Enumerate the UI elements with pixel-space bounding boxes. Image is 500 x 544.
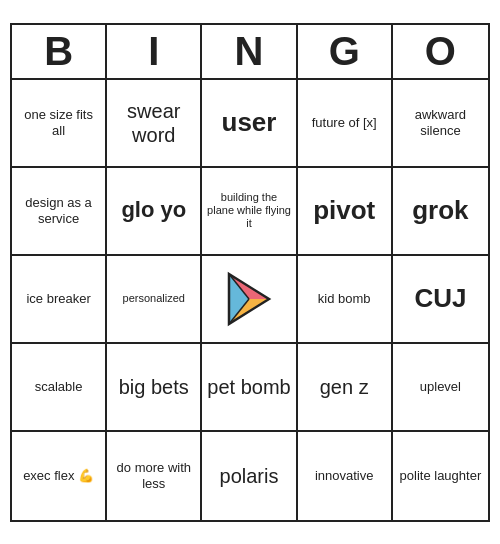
cell-r3c4[interactable]: kid bomb [298,256,393,344]
bingo-card: B I N G O one size fits all swear word u… [10,23,490,522]
cell-r1c1[interactable]: one size fits all [12,80,107,168]
cell-r3c5[interactable]: CUJ [393,256,488,344]
logo-icon [219,269,279,329]
cell-r4c3[interactable]: pet bomb [202,344,297,432]
cell-r3c1[interactable]: ice breaker [12,256,107,344]
bingo-grid: one size fits all swear word user future… [12,80,488,520]
cell-r4c4[interactable]: gen z [298,344,393,432]
cell-r2c2[interactable]: glo yo [107,168,202,256]
cell-r5c1[interactable]: exec flex 💪 [12,432,107,520]
cell-r5c2[interactable]: do more with less [107,432,202,520]
letter-n: N [202,25,297,78]
cell-r4c2[interactable]: big bets [107,344,202,432]
cell-r2c1[interactable]: design as a service [12,168,107,256]
cell-r1c4[interactable]: future of [x] [298,80,393,168]
cell-r4c1[interactable]: scalable [12,344,107,432]
cell-r1c3[interactable]: user [202,80,297,168]
bingo-header: B I N G O [12,25,488,80]
cell-r1c5[interactable]: awkward silence [393,80,488,168]
letter-i: I [107,25,202,78]
cell-r2c5[interactable]: grok [393,168,488,256]
cell-r2c3[interactable]: building the plane while flying it [202,168,297,256]
letter-g: G [298,25,393,78]
cell-r3c3-logo[interactable] [202,256,297,344]
cell-r5c3[interactable]: polaris [202,432,297,520]
letter-b: B [12,25,107,78]
letter-o: O [393,25,488,78]
cell-r4c5[interactable]: uplevel [393,344,488,432]
cell-r1c2[interactable]: swear word [107,80,202,168]
cell-r5c5[interactable]: polite laughter [393,432,488,520]
cell-r2c4[interactable]: pivot [298,168,393,256]
cell-r3c2[interactable]: personalized [107,256,202,344]
cell-r5c4[interactable]: innovative [298,432,393,520]
